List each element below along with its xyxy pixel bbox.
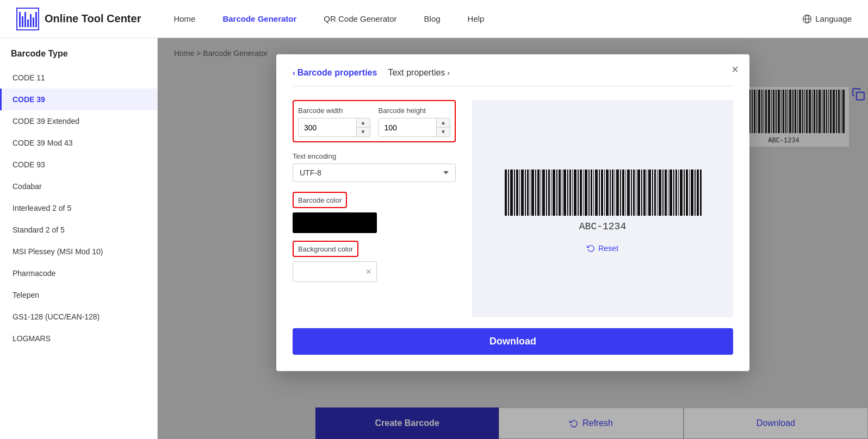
tab-text-properties[interactable]: Text properties ›	[388, 68, 450, 78]
svg-rect-98	[612, 170, 613, 216]
language-selector[interactable]: Language	[802, 14, 852, 24]
svg-rect-81	[567, 170, 568, 216]
logo-bar	[33, 17, 34, 27]
logo-bar	[22, 16, 23, 27]
svg-rect-66	[527, 170, 529, 216]
sidebar-item-codabar[interactable]: Codabar	[0, 175, 157, 197]
tab-barcode-properties[interactable]: ‹ Barcode properties	[293, 68, 377, 78]
svg-rect-90	[591, 170, 592, 216]
svg-rect-70	[537, 170, 540, 216]
modal-close-button[interactable]: ×	[731, 62, 739, 77]
height-spinner-buttons: ▲ ▼	[436, 118, 450, 136]
width-spinner: 300 ▲ ▼	[298, 118, 370, 137]
width-increment-button[interactable]: ▲	[357, 118, 370, 128]
modal-left-panel: Barcode width Barcode height 300 ▲ ▼	[293, 100, 456, 317]
nav-blog[interactable]: Blog	[424, 11, 441, 26]
sidebar-item-code39[interactable]: CODE 39	[0, 89, 157, 110]
svg-rect-106	[633, 170, 635, 216]
dimensions-box: Barcode width Barcode height 300 ▲ ▼	[293, 100, 456, 142]
clear-background-color-button[interactable]: ✕	[365, 267, 372, 276]
svg-rect-67	[530, 170, 530, 216]
svg-rect-76	[553, 170, 555, 216]
svg-rect-120	[669, 170, 672, 216]
svg-rect-58	[505, 170, 507, 216]
svg-rect-113	[652, 170, 653, 216]
sidebar-item-code39mod43[interactable]: CODE 39 Mod 43	[0, 132, 157, 154]
svg-rect-84	[574, 170, 576, 216]
barcode-width-label: Barcode width	[298, 106, 370, 115]
nav-barcode-generator[interactable]: Barcode Generator	[222, 11, 296, 26]
width-spinner-buttons: ▲ ▼	[356, 118, 370, 136]
svg-rect-123	[678, 170, 679, 216]
sidebar-item-standard2of5[interactable]: Standard 2 of 5	[0, 219, 157, 241]
svg-rect-63	[519, 170, 520, 216]
logo-bar	[30, 14, 32, 27]
sidebar-item-interleaved[interactable]: Interleaved 2 of 5	[0, 197, 157, 219]
dimensions-labels: Barcode width Barcode height	[298, 106, 450, 115]
svg-rect-129	[695, 170, 696, 216]
svg-rect-64	[521, 170, 524, 216]
svg-rect-116	[659, 170, 661, 216]
barcode-color-label-box: Barcode color	[293, 192, 347, 208]
svg-rect-60	[510, 170, 513, 216]
height-decrement-button[interactable]: ▼	[437, 128, 450, 136]
logo-icon	[16, 8, 39, 30]
svg-rect-105	[631, 170, 632, 216]
reset-button[interactable]: Reset	[587, 244, 618, 253]
sidebar-title: Barcode Type	[0, 49, 157, 67]
modal-overlay: × ‹ Barcode properties Text properties ›	[158, 38, 868, 439]
text-encoding-label: Text encoding	[293, 152, 456, 160]
tab-text-label: Text properties	[388, 68, 445, 78]
svg-rect-61	[514, 170, 515, 216]
svg-rect-89	[588, 170, 590, 216]
svg-text:ABC-1234: ABC-1234	[579, 221, 626, 232]
svg-rect-108	[637, 170, 640, 216]
modal-download-button[interactable]: Download	[293, 328, 733, 355]
logo-bar	[27, 20, 29, 27]
svg-rect-97	[610, 170, 611, 216]
svg-rect-115	[657, 170, 658, 216]
svg-rect-117	[662, 170, 664, 216]
modal-body: Barcode width Barcode height 300 ▲ ▼	[293, 100, 733, 317]
svg-rect-59	[508, 170, 509, 216]
background-color-group: Background color ✕	[293, 241, 456, 282]
background-color-picker[interactable]: ✕	[293, 261, 377, 282]
svg-rect-109	[641, 170, 642, 216]
svg-rect-79	[562, 170, 562, 216]
sidebar-item-code39ext[interactable]: CODE 39 Extended	[0, 110, 157, 132]
nav-qr-code[interactable]: QR Code Generator	[324, 11, 396, 26]
sidebar-item-telepen[interactable]: Telepen	[0, 284, 157, 306]
svg-rect-99	[615, 170, 615, 216]
properties-modal: × ‹ Barcode properties Text properties ›	[276, 54, 749, 371]
sidebar-item-pharmacode[interactable]: Pharmacode	[0, 262, 157, 284]
header: Online Tool Center Home Barcode Generato…	[0, 0, 868, 38]
barcode-width-input[interactable]: 300	[299, 118, 356, 136]
background-color-label-box: Background color	[293, 241, 358, 257]
svg-rect-102	[622, 170, 624, 216]
sidebar-item-code93[interactable]: CODE 93	[0, 154, 157, 175]
main-layout: Barcode Type CODE 11 CODE 39 CODE 39 Ext…	[0, 38, 868, 439]
svg-rect-92	[595, 170, 598, 216]
sidebar: Barcode Type CODE 11 CODE 39 CODE 39 Ext…	[0, 38, 158, 439]
svg-rect-114	[654, 170, 656, 216]
sidebar-item-msi[interactable]: MSI Plessey (MSI Mod 10)	[0, 241, 157, 262]
barcode-color-picker[interactable]	[293, 212, 377, 233]
width-decrement-button[interactable]: ▼	[357, 128, 370, 136]
svg-rect-69	[535, 170, 536, 216]
reset-icon	[587, 244, 595, 252]
barcode-height-input[interactable]: 100	[379, 118, 437, 136]
svg-rect-78	[559, 170, 561, 216]
sidebar-item-logmars[interactable]: LOGMARS	[0, 328, 157, 349]
text-encoding-group: Text encoding UTF-8 ISO-8859-1 ASCII	[293, 152, 456, 182]
nav-home[interactable]: Home	[173, 11, 195, 26]
text-encoding-select[interactable]: UTF-8 ISO-8859-1 ASCII	[293, 164, 456, 182]
sidebar-item-code11[interactable]: CODE 11	[0, 67, 157, 89]
logo-bar	[24, 12, 26, 27]
barcode-preview-svg: ABC-1234	[499, 165, 706, 236]
height-spinner: 100 ▲ ▼	[379, 118, 451, 137]
height-increment-button[interactable]: ▲	[437, 118, 450, 128]
svg-rect-130	[697, 170, 699, 216]
sidebar-item-gs1128[interactable]: GS1-128 (UCC/EAN-128)	[0, 306, 157, 328]
nav-help[interactable]: Help	[468, 11, 485, 26]
svg-rect-83	[572, 170, 573, 216]
